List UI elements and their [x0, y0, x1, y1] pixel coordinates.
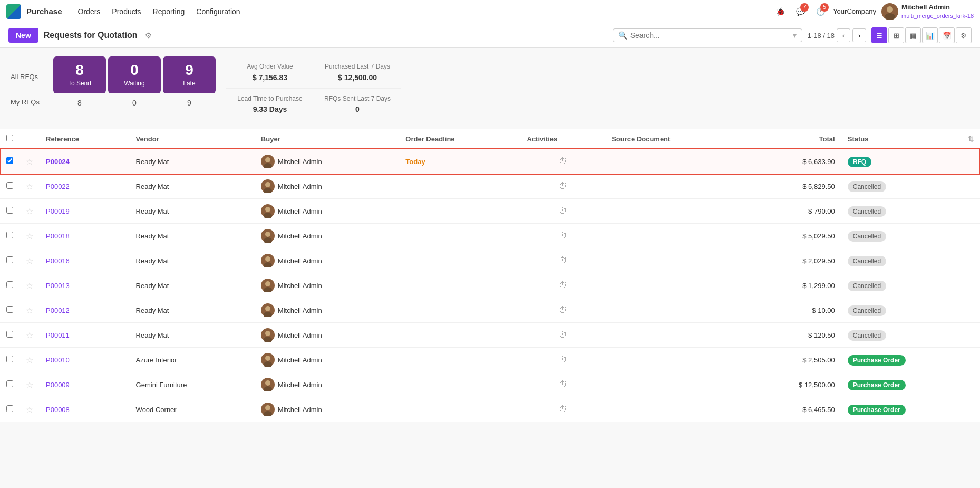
activity-cell[interactable]: ⏱	[521, 248, 606, 273]
stat-card-waiting[interactable]: 0Waiting	[108, 56, 161, 93]
table-row[interactable]: ☆ P00012 Ready Mat Mitchell Admin ⏱ $ 10…	[0, 298, 980, 323]
menu-reporting[interactable]: Reporting	[148, 5, 190, 18]
prev-page-button[interactable]: ‹	[837, 28, 850, 42]
ref-cell[interactable]: P00010	[40, 348, 130, 372]
vendor-cell[interactable]: Ready Mat	[130, 273, 255, 298]
row-checkbox[interactable]	[6, 281, 13, 288]
kanban-view-button[interactable]: ⊞	[888, 27, 904, 43]
vendor-cell[interactable]: Ready Mat	[130, 174, 255, 199]
ref-cell[interactable]: P00013	[40, 273, 130, 298]
activity-cell[interactable]: ⏱	[521, 397, 606, 422]
favorite-star[interactable]: ☆	[26, 256, 33, 265]
vendor-cell[interactable]: Ready Mat	[130, 149, 255, 174]
activity-cell[interactable]: ⏱	[521, 372, 606, 397]
favorite-star[interactable]: ☆	[26, 306, 33, 315]
table-row[interactable]: ☆ P00010 Azure Interior Mitchell Admin ⏱…	[0, 348, 980, 372]
row-checkbox[interactable]	[6, 405, 13, 412]
row-checkbox[interactable]	[6, 306, 13, 313]
activity-icon[interactable]: ⏱	[559, 380, 567, 389]
sort-icon[interactable]: ⇅	[968, 135, 974, 143]
activity-icon[interactable]: ⏱	[559, 206, 567, 215]
vendor-cell[interactable]: Wood Corner	[130, 397, 255, 422]
calendar-view-button[interactable]: 📅	[939, 27, 955, 43]
menu-orders[interactable]: Orders	[73, 5, 106, 18]
select-all-checkbox[interactable]	[6, 135, 13, 141]
graph-view-button[interactable]: 📊	[922, 27, 938, 43]
table-row[interactable]: ☆ P00024 Ready Mat Mitchell Admin Today …	[0, 149, 980, 174]
row-checkbox[interactable]	[6, 157, 13, 164]
favorite-star[interactable]: ☆	[26, 356, 33, 365]
ref-cell[interactable]: P00022	[40, 174, 130, 199]
chat-icon[interactable]: 💬 7	[793, 4, 808, 19]
menu-configuration[interactable]: Configuration	[191, 5, 245, 18]
search-dropdown-arrow[interactable]: ▾	[793, 31, 797, 40]
table-view-button[interactable]: ▦	[905, 27, 921, 43]
user-menu[interactable]: Mitchell Admin multi_merge_orders_knk-18	[881, 3, 974, 20]
activity-icon[interactable]: ⏱	[559, 305, 567, 314]
table-row[interactable]: ☆ P00019 Ready Mat Mitchell Admin ⏱ $ 79…	[0, 199, 980, 224]
activity-icon[interactable]: ⏱	[559, 405, 567, 414]
table-row[interactable]: ☆ P00022 Ready Mat Mitchell Admin ⏱ $ 5,…	[0, 174, 980, 199]
favorite-star[interactable]: ☆	[26, 182, 33, 191]
activity-icon[interactable]: ⏱	[559, 157, 567, 166]
activity-cell[interactable]: ⏱	[521, 348, 606, 372]
ref-cell[interactable]: P00018	[40, 224, 130, 248]
activity-icon[interactable]: ⏱	[559, 181, 567, 190]
ref-cell[interactable]: P00009	[40, 372, 130, 397]
app-name[interactable]: Purchase	[26, 7, 62, 16]
list-view-button[interactable]: ☰	[871, 27, 887, 43]
table-row[interactable]: ☆ P00018 Ready Mat Mitchell Admin ⏱ $ 5,…	[0, 224, 980, 248]
vendor-cell[interactable]: Ready Mat	[130, 298, 255, 323]
bug-icon[interactable]: 🐞	[773, 4, 788, 19]
table-row[interactable]: ☆ P00009 Gemini Furniture Mitchell Admin…	[0, 372, 980, 397]
row-checkbox[interactable]	[6, 232, 13, 238]
activity-cell[interactable]: ⏱	[521, 174, 606, 199]
ref-cell[interactable]: P00012	[40, 298, 130, 323]
row-checkbox[interactable]	[6, 182, 13, 189]
favorite-star[interactable]: ☆	[26, 232, 33, 241]
favorite-star[interactable]: ☆	[26, 281, 33, 290]
activity-cell[interactable]: ⏱	[521, 224, 606, 248]
settings-icon[interactable]: ⚙	[145, 31, 152, 40]
row-checkbox[interactable]	[6, 356, 13, 362]
row-checkbox[interactable]	[6, 207, 13, 214]
menu-products[interactable]: Products	[106, 5, 146, 18]
table-row[interactable]: ☆ P00016 Ready Mat Mitchell Admin ⏱ $ 2,…	[0, 248, 980, 273]
table-row[interactable]: ☆ P00011 Ready Mat Mitchell Admin ⏱ $ 12…	[0, 323, 980, 348]
vendor-cell[interactable]: Ready Mat	[130, 248, 255, 273]
activity-icon[interactable]: ⏱	[559, 281, 567, 290]
vendor-cell[interactable]: Ready Mat	[130, 323, 255, 348]
table-row[interactable]: ☆ P00013 Ready Mat Mitchell Admin ⏱ $ 1,…	[0, 273, 980, 298]
activity-cell[interactable]: ⏱	[521, 199, 606, 224]
ref-cell[interactable]: P00019	[40, 199, 130, 224]
new-button[interactable]: New	[8, 28, 38, 43]
row-checkbox[interactable]	[6, 331, 13, 338]
ref-cell[interactable]: P00024	[40, 149, 130, 174]
favorite-star[interactable]: ☆	[26, 380, 33, 389]
activity-icon[interactable]: ⏱	[559, 231, 567, 240]
favorite-star[interactable]: ☆	[26, 157, 33, 166]
vendor-cell[interactable]: Gemini Furniture	[130, 372, 255, 397]
search-input[interactable]	[630, 31, 790, 40]
activity-cell[interactable]: ⏱	[521, 273, 606, 298]
row-checkbox[interactable]	[6, 256, 13, 263]
ref-cell[interactable]: P00011	[40, 323, 130, 348]
next-page-button[interactable]: ›	[852, 28, 866, 42]
clock-icon[interactable]: 🕐 5	[813, 4, 828, 19]
stat-card-to-send[interactable]: 8To Send	[53, 56, 106, 93]
activity-icon[interactable]: ⏱	[559, 330, 567, 339]
activity-cell[interactable]: ⏱	[521, 298, 606, 323]
favorite-star[interactable]: ☆	[26, 331, 33, 340]
favorite-star[interactable]: ☆	[26, 207, 33, 216]
activity-icon[interactable]: ⏱	[559, 256, 567, 265]
activity-icon[interactable]: ⏱	[559, 355, 567, 364]
activity-cell[interactable]: ⏱	[521, 149, 606, 174]
ref-cell[interactable]: P00008	[40, 397, 130, 422]
table-row[interactable]: ☆ P00008 Wood Corner Mitchell Admin ⏱ $ …	[0, 397, 980, 422]
vendor-cell[interactable]: Ready Mat	[130, 224, 255, 248]
favorite-star[interactable]: ☆	[26, 405, 33, 414]
stat-card-late[interactable]: 9Late	[163, 56, 216, 93]
row-checkbox[interactable]	[6, 380, 13, 387]
ref-cell[interactable]: P00016	[40, 248, 130, 273]
activity-cell[interactable]: ⏱	[521, 323, 606, 348]
